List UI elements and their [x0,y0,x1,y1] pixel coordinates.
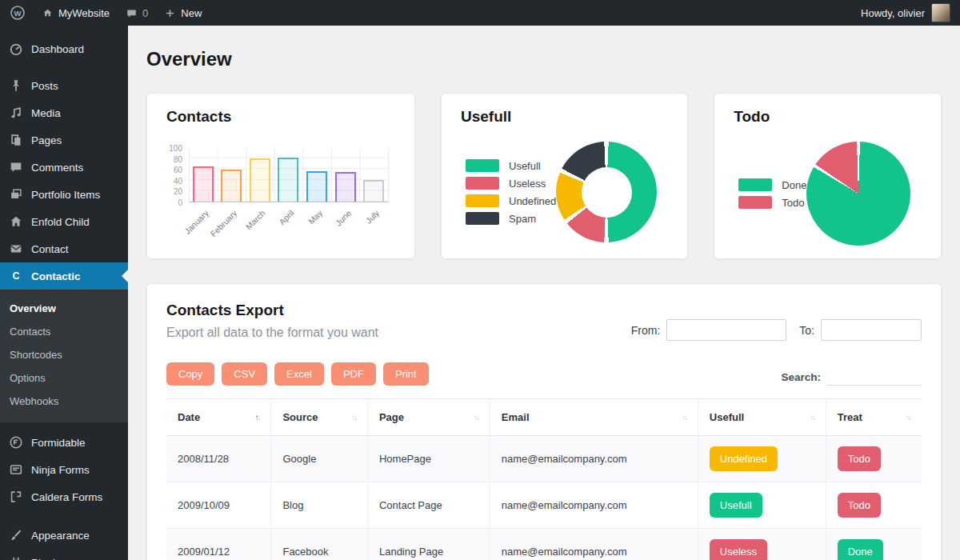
site-name-link[interactable]: MyWebsite [42,7,110,19]
pin-icon [9,78,23,93]
csv-button[interactable]: CSV [222,362,267,386]
usefull-card-title: Usefull [461,108,668,126]
account-menu[interactable]: Howdy, olivier [861,3,950,22]
legend-item-todo[interactable]: Todo [738,196,806,209]
legend-label: Useless [509,178,546,190]
copy-button[interactable]: Copy [166,362,214,386]
sidebar-item-label: Formidable [31,437,86,449]
column-header-usefull[interactable]: Usefull↑↓ [698,399,826,436]
sidebar-item-label: Portfolio Items [31,189,100,201]
sidebar-item-pages[interactable]: Pages [0,126,128,154]
column-header-source[interactable]: Source↑↓ [271,399,367,436]
column-header-date[interactable]: Date↑↓ [166,399,271,436]
todo-card-title: Todo [734,108,922,126]
cell-source: Blog [271,482,367,529]
legend-item-done[interactable]: Done [738,178,806,191]
column-header-page[interactable]: Page↑↓ [367,399,490,436]
bar-chart-x-labels: JanuaryFebruaryMarchAprilMayJuneJuly [189,202,389,239]
submenu-item-overview[interactable]: Overview [0,297,128,320]
main-content: Overview Contacts 020406080100 JanuaryFe… [128,26,960,560]
excel-button[interactable]: Excel [274,362,324,386]
sidebar-item-dashboard[interactable]: Dashboard [0,35,128,62]
pdf-button[interactable]: PDF [331,362,376,386]
contactic-submenu: OverviewContactsShortcodesOptionsWebhook… [0,290,128,422]
bar-march [250,158,270,202]
submenu-item-shortcodes[interactable]: Shortcodes [0,343,128,366]
sidebar-item-label: Contactic [31,270,81,282]
submenu-item-options[interactable]: Options [0,366,128,390]
date-range-filter: From: To: [631,319,922,341]
comment-bubble-icon [126,7,138,19]
sidebar: DashboardPostsMediaPagesCommentsPortfoli… [0,26,128,560]
y-tick-label: 40 [163,177,182,186]
legend-item-undefined[interactable]: Undefined [466,194,556,207]
bar-chart-y-axis: 020406080100 [166,148,186,202]
svg-text:W: W [14,9,22,18]
legend-item-spam[interactable]: Spam [466,212,556,225]
sidebar-item-ninja-forms[interactable]: Ninja Forms [0,456,128,483]
sidebar-item-contactic[interactable]: CContactic [0,262,128,290]
y-tick-label: 80 [163,155,182,164]
cell-email: name@emailcompany.com [490,482,698,529]
sidebar-item-enfold-child[interactable]: Enfold Child [0,208,128,235]
wordpress-logo-icon[interactable]: W [10,5,26,21]
cell-page: HomePage [367,436,490,482]
bar-january [193,166,214,202]
site-name-label: MyWebsite [58,7,110,19]
dashboard-icon [9,42,23,56]
x-tick-label: April [277,208,295,226]
x-tick-label: March [244,208,267,231]
search-input[interactable] [827,370,922,386]
new-content-button[interactable]: New [164,7,202,19]
sidebar-item-label: Appearance [31,530,90,542]
envelope-icon [9,242,23,256]
legend-item-usefull[interactable]: Usefull [466,159,556,172]
table-row: 2008/11/28 Google HomePage name@emailcom… [166,436,922,482]
sidebar-item-comments[interactable]: Comments [0,154,128,181]
sort-icon: ↑↓ [351,411,356,422]
sidebar-item-plugins[interactable]: Plugins [0,549,128,560]
cell-treat: Done [826,529,922,560]
ninja-forms-icon [9,462,23,477]
sidebar-item-formidable[interactable]: Formidable [0,429,128,456]
legend-item-useless[interactable]: Useless [466,177,556,190]
cell-email: name@emailcompany.com [490,436,698,482]
sort-icon: ↑↓ [906,411,910,422]
cell-page: Contact Page [367,482,490,529]
sidebar-item-caldera-forms[interactable]: Caldera Forms [0,483,128,510]
status-badge-undefined: Undefined [710,446,778,471]
sidebar-item-portfolio-items[interactable]: Portfolio Items [0,181,128,208]
bar-june [335,172,356,202]
status-badge-useless: Useless [710,539,767,560]
from-date-input[interactable] [666,319,786,341]
sidebar-item-label: Contact [31,243,69,255]
cell-date: 2009/10/09 [166,482,271,529]
submenu-item-webhooks[interactable]: Webhooks [0,390,128,413]
column-header-treat[interactable]: Treat↑↓ [826,399,922,436]
plus-icon [164,7,176,19]
to-date-input[interactable] [821,319,922,341]
comments-counter[interactable]: 0 [126,7,148,19]
sort-icon: ↑↓ [810,411,814,422]
x-tick-label: January [182,208,210,236]
cell-usefull: Useless [698,529,826,560]
submenu-item-contacts[interactable]: Contacts [0,320,128,343]
cards-row: Contacts 020406080100 JanuaryFebruaryMar… [146,93,942,259]
bar-july [363,180,384,202]
search-label: Search: [781,371,821,383]
print-button[interactable]: Print [383,362,429,386]
pages-icon [9,133,23,147]
y-tick-label: 100 [163,144,182,153]
from-label: From: [631,324,661,337]
bar-chart-plot [189,148,389,202]
table-row: 2009/10/09 Blog Contact Page name@emailc… [166,482,922,529]
todo-chart-card: Todo DoneTodo [714,93,942,259]
sidebar-item-contact[interactable]: Contact [0,235,128,262]
sidebar-item-label: Ninja Forms [31,464,90,476]
sidebar-item-posts[interactable]: Posts [0,72,128,99]
legend-swatch [466,212,499,225]
status-badge-done: Done [838,539,883,560]
sidebar-item-appearance[interactable]: Appearance [0,522,128,549]
sidebar-item-media[interactable]: Media [0,99,128,126]
column-header-email[interactable]: Email↑↓ [490,399,698,436]
